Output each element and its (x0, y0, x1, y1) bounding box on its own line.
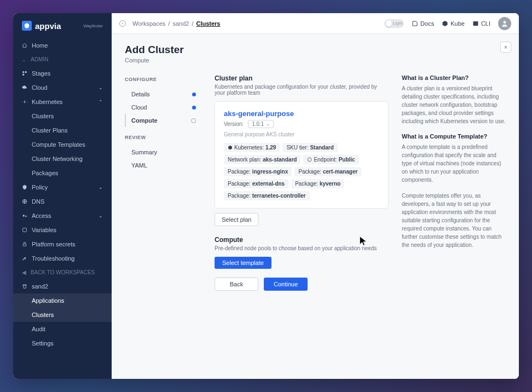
chevron-down-icon: ⌄ (266, 122, 270, 126)
chevron-down-icon: ⌄ (99, 213, 103, 218)
content: × Add Cluster Compute CONFIGURE Details … (112, 34, 519, 379)
help-text-2: A compute template is a predefined confi… (402, 143, 506, 184)
chevron-down-icon: ⌄ (99, 85, 103, 90)
cli-icon (472, 20, 479, 27)
select-template-button[interactable]: Select template (215, 257, 271, 269)
svg-rect-2 (22, 74, 24, 76)
version-label: Version: (224, 121, 244, 127)
logo-icon (22, 21, 32, 31)
nav-ws-clusters[interactable]: Clusters (13, 308, 112, 322)
wizard-step-summary[interactable]: Summary (125, 146, 201, 159)
nav-dns[interactable]: DNS (13, 194, 112, 209)
tag-pkg-terranetes: Package: terranetes-controller (224, 191, 310, 200)
plan-description: General purpose AKS cluster (224, 131, 379, 137)
tag-pkg-extdns: Package: external-dns (224, 179, 288, 188)
nav-policy[interactable]: Policy ⌄ (13, 180, 112, 194)
layout-columns: CONFIGURE Details Cloud Compute REVIEW S… (125, 74, 506, 291)
tag-pkg-kyverno: Package: kyverno (291, 179, 344, 188)
kube-icon (442, 20, 448, 27)
help-text-3: Compute templates offer you, as develope… (402, 192, 506, 249)
nav-workspace[interactable]: sand2 (13, 279, 112, 293)
tag-network: Network plan: aks-standard (224, 155, 300, 164)
nav-stages[interactable]: Stages (13, 66, 112, 80)
form-column: Cluster plan Kubernetes and package conf… (215, 74, 389, 291)
tag-kubernetes: Kubernetes: 1.29 (224, 143, 280, 152)
back-icon[interactable]: ‹ (119, 20, 126, 27)
wizard-step-yaml[interactable]: YAML (125, 159, 201, 172)
topbar-right: Light Docs Kube CLI (384, 17, 511, 30)
brand-sub: Wayfinder (83, 24, 103, 28)
user-icon (501, 20, 508, 27)
tag-pkg-ingress: Package: ingress-nginx (224, 167, 292, 176)
tag-sku: SKU tier: Standard (282, 143, 337, 152)
nav-troubleshooting[interactable]: Troubleshooting (13, 251, 112, 266)
wizard-review-label: REVIEW (125, 135, 201, 140)
wizard-step-details[interactable]: Details (125, 88, 201, 101)
arrow-left-icon: ◀ (22, 269, 26, 275)
svg-point-10 (308, 158, 312, 162)
svg-rect-1 (25, 71, 27, 73)
cli-link[interactable]: CLI (472, 20, 490, 27)
select-plan-button[interactable]: Select plan (215, 213, 258, 226)
compute-section-title: Compute (215, 236, 389, 244)
wizard-nav: CONFIGURE Details Cloud Compute REVIEW S… (125, 74, 201, 291)
back-button[interactable]: Back (215, 278, 258, 291)
chevron-down-icon: ⌄ (99, 185, 103, 190)
crumb-workspaces[interactable]: Workspaces (132, 20, 165, 27)
plan-card: aks-general-purpose Version: 1.0.1 ⌄ Gen… (215, 101, 389, 209)
globe-icon (307, 157, 312, 162)
nav-ws-applications[interactable]: Applications (13, 293, 112, 308)
close-button[interactable]: × (500, 42, 511, 53)
plan-section-title: Cluster plan (215, 74, 389, 82)
wizard-configure-label: CONFIGURE (125, 77, 201, 82)
theme-toggle[interactable]: Light (384, 19, 404, 28)
nav-admin-section[interactable]: ⌄ ADMIN (13, 53, 112, 66)
version-select[interactable]: 1.0.1 ⌄ (248, 120, 274, 128)
nav-home-label: Home (32, 42, 48, 49)
kube-link[interactable]: Kube (442, 20, 465, 27)
wizard-step-compute[interactable]: Compute (125, 114, 201, 127)
nav-kubernetes[interactable]: Kubernetes ⌃ (13, 95, 112, 109)
help-title-2: What is a Compute Template? (402, 133, 506, 140)
chevron-up-icon: ⌃ (99, 99, 103, 105)
brand-name: appvia (35, 21, 61, 31)
user-avatar[interactable] (498, 17, 511, 30)
page-title: Add Cluster (125, 44, 506, 56)
help-title-1: What is a Cluster Plan? (402, 74, 506, 81)
docs-icon (412, 20, 418, 27)
nav-cloud[interactable]: Cloud ⌄ (13, 80, 112, 95)
nav-access[interactable]: Access ⌄ (13, 209, 112, 223)
nav-k8s-compute-templates[interactable]: Compute Templates (13, 137, 112, 152)
docs-link[interactable]: Docs (412, 20, 434, 27)
nav-back-workspaces[interactable]: ◀ BACK TO WORKSPACES (13, 266, 112, 279)
nav-ws-audit[interactable]: Audit (13, 322, 112, 336)
nav-k8s-clusters[interactable]: Clusters (13, 109, 112, 123)
nav-k8s-cluster-networking[interactable]: Cluster Networking (13, 152, 112, 166)
toggle-knob (386, 20, 392, 27)
action-buttons: Back Continue (215, 278, 389, 291)
nav-k8s-cluster-plans[interactable]: Cluster Plans (13, 123, 112, 137)
svg-rect-8 (473, 21, 478, 26)
app-window: appvia Wayfinder Home ⌄ ADMIN Stages Clo… (13, 13, 519, 379)
nav-k8s-packages[interactable]: Packages (13, 166, 112, 180)
continue-button[interactable]: Continue (264, 278, 308, 291)
nav-home[interactable]: Home (13, 38, 112, 53)
breadcrumb: Workspaces / sand2 / Clusters (132, 20, 220, 27)
plan-name: aks-general-purpose (224, 109, 379, 118)
crumb-clusters[interactable]: Clusters (196, 20, 220, 27)
help-panel: What is a Cluster Plan? A cluster plan i… (402, 74, 506, 291)
svg-point-9 (504, 21, 506, 24)
wizard-step-cloud[interactable]: Cloud (125, 101, 201, 114)
svg-point-5 (23, 215, 25, 216)
kubernetes-icon (228, 145, 233, 150)
crumb-sand2[interactable]: sand2 (172, 20, 189, 27)
nav-variables[interactable]: Variables (13, 223, 112, 237)
svg-rect-0 (22, 71, 24, 73)
plan-section-desc: Kubernetes and package configuration for… (215, 84, 389, 96)
main-area: ‹ Workspaces / sand2 / Clusters Light Do… (112, 13, 519, 379)
nav-ws-settings[interactable]: Settings (13, 336, 112, 350)
nav-platform-secrets[interactable]: Platform secrets (13, 237, 112, 251)
tag-endpoint: Endpoint: Public (303, 155, 358, 164)
plan-tags: Kubernetes: 1.29 SKU tier: Standard Netw… (224, 143, 379, 200)
compute-section-desc: Pre-defined node pools to choose based o… (215, 245, 389, 251)
